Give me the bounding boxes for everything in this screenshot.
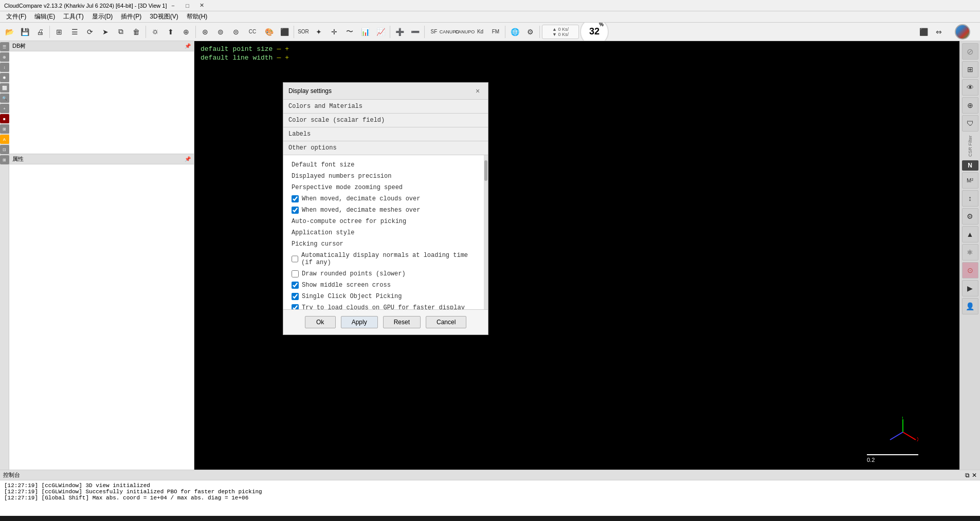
menu-help[interactable]: 帮助(H): [183, 11, 212, 22]
left-sidebar-icon-11[interactable]: ⊡: [0, 145, 9, 154]
left-sidebar-icon-6[interactable]: 🔍: [0, 94, 9, 103]
rs-icon-flag[interactable]: ▶: [962, 280, 978, 296]
tb-settings-button[interactable]: ⚙: [523, 25, 537, 39]
gpu-clouds-checkbox[interactable]: [292, 304, 299, 309]
restore-button[interactable]: □: [182, 2, 194, 10]
rs-icon-person[interactable]: 👤: [962, 298, 978, 314]
decimate-meshes-checkbox[interactable]: [292, 207, 299, 214]
reset-button[interactable]: Reset: [383, 316, 421, 328]
menu-3dview[interactable]: 3D视图(V): [146, 11, 182, 22]
tb-chart-button[interactable]: 📊: [358, 25, 372, 39]
left-sidebar-icon-1[interactable]: ☰: [0, 42, 9, 51]
rs-icon-shield[interactable]: 🛡: [962, 115, 978, 132]
apply-button[interactable]: Apply: [341, 316, 378, 328]
left-sidebar-icon-10[interactable]: A: [0, 135, 9, 144]
tb-open-button[interactable]: 📂: [2, 25, 16, 39]
line-width-minus[interactable]: —: [277, 54, 281, 62]
rs-icon-no[interactable]: ⊘: [962, 43, 978, 60]
menu-file[interactable]: 文件(F): [2, 11, 30, 22]
dialog-close-button[interactable]: ×: [473, 86, 483, 96]
tb-red-button[interactable]: ⬛: [916, 25, 931, 39]
tb-add-button[interactable]: ➕: [392, 25, 407, 39]
console-float-icon[interactable]: ⧉: [965, 472, 970, 479]
rs-icon-eye[interactable]: 👁: [962, 79, 978, 96]
tb-expand-button[interactable]: ⇔: [932, 25, 946, 39]
console-close-icon[interactable]: ✕: [972, 472, 977, 479]
point-size-minus[interactable]: —: [277, 45, 281, 53]
category-other[interactable]: Other options: [283, 141, 488, 155]
rounded-points-checkbox[interactable]: [292, 270, 299, 277]
category-color-scale[interactable]: Color scale (scalar field): [283, 114, 488, 127]
menu-display[interactable]: 显示(D): [88, 11, 117, 22]
scrollbar-thumb[interactable]: [484, 160, 487, 181]
setting-picking-cursor: Picking cursor: [292, 238, 476, 250]
left-sidebar-icon-8[interactable]: ■: [0, 114, 9, 123]
left-sidebar-icon-9[interactable]: ⊞: [0, 124, 9, 134]
left-sidebar-icon-3[interactable]: ↕: [0, 63, 9, 72]
menu-edit[interactable]: 编辑(E): [30, 11, 59, 22]
close-button[interactable]: ✕: [196, 2, 208, 10]
tb-sample-button[interactable]: ⊕: [179, 25, 193, 39]
tb-arrow-button[interactable]: ➤: [98, 25, 113, 39]
tb-transform-button[interactable]: ⟳: [83, 25, 97, 39]
tb-print-button[interactable]: 🖨: [33, 25, 47, 39]
rs-icon-circle[interactable]: ⊙: [962, 262, 978, 278]
tb-up-button[interactable]: ⬆: [164, 25, 178, 39]
single-click-checkbox[interactable]: [292, 293, 299, 300]
tb-sep8: [539, 26, 540, 38]
rs-icon-move[interactable]: ↕: [962, 190, 978, 207]
rs-icon-target[interactable]: ⊕: [962, 97, 978, 114]
tb-cross-button[interactable]: ✛: [327, 25, 341, 39]
tb-trash-button[interactable]: 🗑: [129, 25, 143, 39]
tb-chart2-button[interactable]: 📈: [373, 25, 388, 39]
decimate-clouds-checkbox[interactable]: [292, 195, 299, 202]
left-sidebar-icon-5[interactable]: ⬜: [0, 83, 9, 92]
category-colors[interactable]: Colors and Materials: [283, 100, 488, 114]
tb-clone-button[interactable]: ⧉: [114, 25, 128, 39]
left-sidebar-icon-12[interactable]: ⊞: [0, 155, 9, 164]
rs-icon-gear[interactable]: ⚙: [962, 208, 978, 225]
tb-list-button[interactable]: ☰: [67, 25, 82, 39]
db-tree-pin-icon[interactable]: 📌: [185, 43, 191, 49]
tb-select-all-button[interactable]: ⊞: [52, 25, 66, 39]
fps-value: 32: [589, 26, 600, 37]
auto-normals-checkbox[interactable]: [292, 255, 298, 263]
tb-fm-button[interactable]: FM: [488, 25, 503, 39]
rs-icon-layers[interactable]: ⊞: [962, 61, 978, 78]
titlebar-controls[interactable]: − □ ✕: [167, 2, 208, 10]
tb-globe-button[interactable]: 🌐: [507, 25, 522, 39]
tb-sor-button[interactable]: SOR: [296, 25, 311, 39]
tb-cc-button[interactable]: CC: [244, 25, 261, 39]
tb-canupo2-button[interactable]: CANUPO: [458, 25, 472, 39]
rs-icon-m2[interactable]: M²: [962, 172, 978, 189]
tb-bw-button[interactable]: ⬛: [277, 25, 292, 39]
left-sidebar-icon-7[interactable]: +: [0, 104, 9, 113]
left-sidebar-icon-2[interactable]: ⊕: [0, 52, 9, 62]
settings-scrollbar[interactable]: [484, 155, 488, 309]
tb-scan3-button[interactable]: ⊜: [229, 25, 243, 39]
tb-wave-button[interactable]: 〜: [342, 25, 357, 39]
tb-remove-button[interactable]: ➖: [408, 25, 422, 39]
properties-pin-icon[interactable]: 📌: [185, 156, 191, 162]
left-sidebar-icon-4[interactable]: ✱: [0, 73, 9, 82]
ok-button[interactable]: Ok: [305, 316, 336, 328]
screen-cross-checkbox[interactable]: [292, 282, 299, 289]
tb-merge-button[interactable]: ⛭: [148, 25, 162, 39]
menu-plugins[interactable]: 插件(P): [117, 11, 146, 22]
menu-tools[interactable]: 工具(T): [59, 11, 87, 22]
tb-sep3: [195, 26, 196, 38]
category-labels[interactable]: Labels: [283, 127, 488, 141]
rs-icon-up[interactable]: ▲: [962, 226, 978, 243]
rs-icon-atom[interactable]: ⚛: [962, 244, 978, 260]
tb-arrow2-button[interactable]: ✦: [312, 25, 326, 39]
line-width-plus[interactable]: +: [285, 54, 289, 62]
tb-kd-button[interactable]: Kd: [473, 25, 487, 39]
cancel-button[interactable]: Cancel: [426, 316, 466, 328]
minimize-button[interactable]: −: [167, 2, 179, 10]
tb-scan2-button[interactable]: ⊚: [213, 25, 228, 39]
tb-save-button[interactable]: 💾: [17, 25, 32, 39]
point-size-plus[interactable]: +: [285, 45, 289, 53]
tb-color-button[interactable]: 🎨: [262, 25, 276, 39]
setting-single-click: Single Click Object Picking: [292, 291, 476, 302]
tb-scan-button[interactable]: ⊛: [198, 25, 212, 39]
